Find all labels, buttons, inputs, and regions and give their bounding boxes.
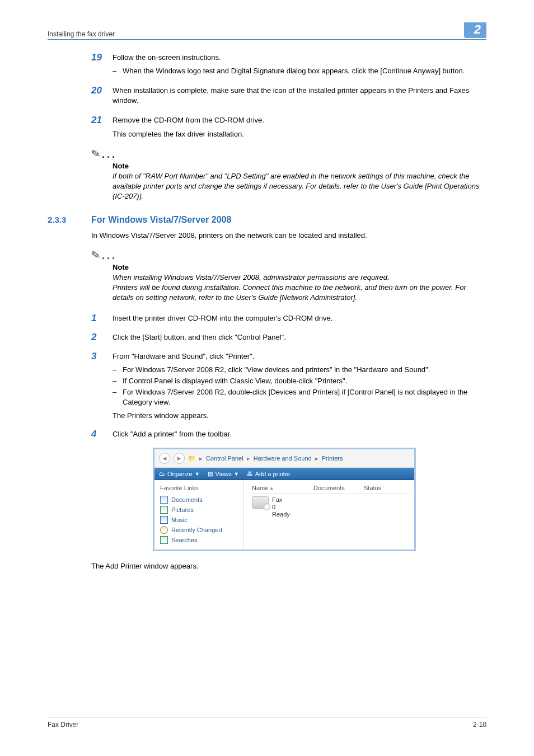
- favorite-link-label: Searches: [171, 537, 197, 543]
- pictures-icon: [160, 506, 168, 514]
- column-status[interactable]: Status: [360, 482, 410, 494]
- step-text: When installation is complete, make sure…: [113, 85, 486, 106]
- section-intro: In Windows Vista/7/Server 2008, printers…: [91, 231, 486, 241]
- favorite-link-pictures[interactable]: Pictures: [160, 505, 238, 515]
- footer-right: 2-10: [473, 721, 486, 729]
- chevron-down-icon: ▼: [234, 471, 239, 477]
- back-button[interactable]: ◄: [159, 453, 170, 464]
- device-status: Ready: [272, 511, 290, 518]
- header-title: Installing the fax driver: [48, 30, 115, 38]
- step-after-text: The Printers window appears.: [113, 411, 486, 421]
- views-button[interactable]: ▤ Views ▼: [208, 470, 239, 477]
- step-text: From "Hardware and Sound", click "Printe…: [113, 351, 486, 361]
- step-4: 4 Click "Add a printer" from the toolbar…: [91, 429, 486, 440]
- favorites-heading: Favorite Links: [160, 485, 238, 491]
- breadcrumb-separator-icon: ▸: [199, 455, 203, 462]
- step-number: 3: [91, 351, 113, 362]
- step-text: Follow the on-screen instructions.: [113, 53, 486, 63]
- favorite-link-searches[interactable]: Searches: [160, 535, 238, 545]
- step-number: 20: [91, 85, 113, 96]
- favorite-link-label: Recently Changed: [171, 527, 222, 533]
- after-screenshot-text: The Add Printer window appears.: [91, 561, 486, 571]
- sort-asc-icon: ▲: [269, 486, 274, 491]
- step-number: 1: [91, 313, 113, 324]
- note-body-line: Printers will be found during installati…: [113, 283, 486, 303]
- pencil-icon: ✎: [90, 147, 102, 162]
- page-header: Installing the fax driver 2: [48, 22, 486, 40]
- pencil-icon: ✎: [90, 248, 102, 263]
- toolbar: 🗂 Organize ▼ ▤ Views ▼ 🖶 Add a printer: [154, 468, 414, 480]
- step-2: 2 Click the [Start] button, and then cli…: [91, 332, 486, 343]
- favorites-pane: Favorite Links Documents Pictures Music …: [154, 480, 244, 550]
- organize-label: Organize: [167, 471, 193, 477]
- step-sub-text: When the Windows logo test and Digital S…: [123, 66, 486, 76]
- step-number: 21: [91, 115, 113, 126]
- favorite-link-label: Pictures: [171, 506, 194, 513]
- section-number: 2.3.3: [48, 215, 91, 224]
- step-21: 21 Remove the CD-ROM from the CD-ROM dri…: [91, 115, 486, 126]
- favorite-link-label: Music: [171, 516, 188, 523]
- step-number: 2: [91, 332, 113, 343]
- folder-icon: 📁: [188, 455, 196, 462]
- favorite-link-label: Documents: [171, 496, 203, 503]
- step-sub-text: For Windows 7/Server 2008 R2, click "Vie…: [123, 365, 486, 375]
- searches-icon: [160, 536, 168, 544]
- device-row[interactable]: Fax 0 Ready: [249, 494, 410, 520]
- organize-button[interactable]: 🗂 Organize ▼: [159, 471, 200, 477]
- favorite-link-recently-changed[interactable]: Recently Changed: [160, 525, 238, 535]
- documents-icon: [160, 496, 168, 504]
- step-20: 20 When installation is complete, make s…: [91, 85, 486, 106]
- step-after-text: This completes the fax driver installati…: [113, 129, 486, 139]
- section-heading: 2.3.3 For Windows Vista/7/Server 2008: [48, 215, 486, 225]
- device-docs: 0: [272, 504, 290, 511]
- step-sub-text: For Windows 7/Server 2008 R2, double-cli…: [123, 387, 486, 407]
- page-footer: Fax Driver 2-10: [48, 717, 486, 729]
- column-headers: Name▲ Documents Status: [249, 482, 410, 494]
- ellipsis-icon: ...: [102, 149, 117, 161]
- dash-icon: –: [113, 387, 123, 407]
- step-text: Click the [Start] button, and then click…: [113, 332, 486, 342]
- favorite-link-music[interactable]: Music: [160, 515, 238, 525]
- column-documents[interactable]: Documents: [310, 482, 360, 494]
- note-body-line: When installing Windows Vista/7/Server 2…: [113, 273, 486, 283]
- forward-button[interactable]: ►: [174, 453, 185, 464]
- organize-icon: 🗂: [159, 471, 165, 477]
- note-label: Note: [113, 263, 486, 271]
- column-name[interactable]: Name▲: [249, 482, 310, 494]
- note-label: Note: [113, 162, 486, 170]
- favorite-link-documents[interactable]: Documents: [160, 495, 238, 505]
- step-sub-item: – If Control Panel is displayed with Cla…: [113, 376, 486, 386]
- add-printer-button[interactable]: 🖶 Add a printer: [247, 471, 291, 477]
- views-icon: ▤: [208, 470, 213, 477]
- step-sub-item: – For Windows 7/Server 2008 R2, double-c…: [113, 387, 486, 407]
- step-text: Insert the printer driver CD-ROM into th…: [113, 313, 486, 323]
- breadcrumb-separator-icon: ▸: [315, 455, 318, 462]
- breadcrumb-separator-icon: ▸: [247, 455, 250, 462]
- column-label: Name: [252, 485, 268, 491]
- music-icon: [160, 516, 168, 524]
- address-bar[interactable]: ◄ ► 📁 ▸ Control Panel ▸ Hardware and Sou…: [154, 449, 414, 468]
- note-block: ✎ ... Note If both of "RAW Port Number" …: [91, 147, 486, 201]
- step-19: 19 Follow the on-screen instructions. – …: [91, 52, 486, 76]
- breadcrumb-item[interactable]: Hardware and Sound: [254, 455, 312, 462]
- section-title: For Windows Vista/7/Server 2008: [91, 215, 231, 225]
- step-number: 4: [91, 429, 113, 440]
- breadcrumb-item[interactable]: Printers: [322, 455, 343, 462]
- step-sub-item: – When the Windows logo test and Digital…: [113, 66, 486, 76]
- ellipsis-icon: ...: [102, 250, 117, 262]
- printers-window-screenshot: ◄ ► 📁 ▸ Control Panel ▸ Hardware and Sou…: [153, 448, 486, 551]
- add-printer-label: Add a printer: [255, 471, 291, 477]
- note-block: ✎ ... Note When installing Windows Vista…: [91, 248, 486, 303]
- step-text: Click "Add a printer" from the toolbar.: [113, 429, 486, 439]
- dash-icon: –: [113, 376, 123, 386]
- footer-left: Fax Driver: [48, 721, 78, 729]
- step-sub-item: – For Windows 7/Server 2008 R2, click "V…: [113, 365, 486, 375]
- breadcrumb-item[interactable]: Control Panel: [206, 455, 243, 462]
- step-sub-text: If Control Panel is displayed with Class…: [123, 376, 486, 386]
- dash-icon: –: [113, 365, 123, 375]
- views-label: Views: [216, 471, 232, 477]
- add-printer-icon: 🖶: [247, 471, 253, 477]
- step-3: 3 From "Hardware and Sound", click "Prin…: [91, 351, 486, 421]
- fax-device-icon: [252, 496, 269, 509]
- recently-changed-icon: [160, 526, 168, 534]
